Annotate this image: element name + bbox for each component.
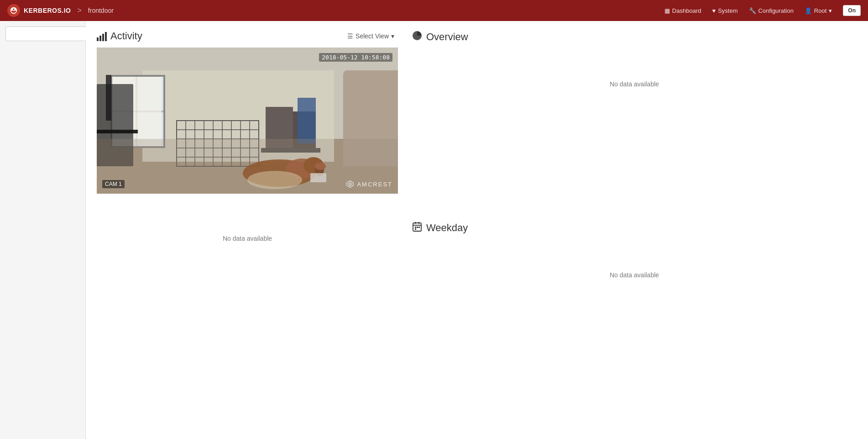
camera-feed: 2018-05-12 10:58:08 CAM 1 AMCREST bbox=[97, 48, 398, 194]
svg-rect-52 bbox=[418, 227, 420, 228]
svg-rect-4 bbox=[110, 75, 165, 77]
svg-rect-30 bbox=[298, 98, 316, 143]
user-icon: 👤 bbox=[805, 7, 812, 14]
top-grid: Activity ☰ Select View ▾ bbox=[97, 30, 857, 194]
select-view-label: Select View bbox=[356, 32, 389, 40]
activity-header: Activity ☰ Select View ▾ bbox=[97, 30, 398, 42]
system-icon: ♥ bbox=[712, 7, 716, 14]
activity-title: Activity bbox=[97, 30, 142, 42]
svg-rect-51 bbox=[417, 227, 418, 228]
overview-no-data: No data available bbox=[412, 53, 857, 115]
overview-section: Overview No data available bbox=[412, 30, 857, 194]
layout: 📅 Activity bbox=[0, 21, 868, 439]
weekday-header: Weekday bbox=[412, 221, 857, 235]
activity-section: Activity ☰ Select View ▾ bbox=[97, 30, 398, 194]
brand: KERBEROS.IO > frontdoor bbox=[7, 4, 114, 17]
root-label: Root bbox=[814, 7, 826, 14]
dropdown-arrow-icon: ▾ bbox=[829, 7, 832, 14]
camera-name: frontdoor bbox=[88, 7, 114, 14]
logo-icon bbox=[10, 6, 18, 15]
search-input[interactable] bbox=[5, 26, 89, 41]
select-view-arrow-icon: ▾ bbox=[391, 32, 394, 40]
camera-label: CAM 1 bbox=[102, 180, 125, 188]
overview-header: Overview bbox=[412, 30, 857, 44]
svg-marker-44 bbox=[347, 181, 353, 187]
weekday-no-data: No data available bbox=[412, 244, 857, 306]
menu-icon: ☰ bbox=[347, 32, 353, 40]
camera-timestamp: 2018-05-12 10:58:08 bbox=[319, 53, 392, 62]
status-badge[interactable]: On bbox=[843, 5, 861, 16]
sidebar: 📅 bbox=[0, 21, 86, 439]
config-label: Configuration bbox=[758, 7, 794, 14]
navbar-right: ▦ Dashboard ♥ System 🔧 Configuration 👤 R… bbox=[664, 5, 861, 16]
activity-bottom: No data available bbox=[97, 207, 398, 306]
bottom-grid: No data available bbox=[97, 207, 857, 306]
system-label: System bbox=[718, 7, 737, 14]
pie-chart-icon bbox=[412, 30, 423, 44]
camera-scene bbox=[97, 48, 398, 194]
dashboard-icon: ▦ bbox=[664, 7, 670, 14]
svg-point-45 bbox=[349, 183, 351, 185]
weekday-section: Weekday No data available bbox=[412, 221, 857, 306]
configuration-link[interactable]: 🔧 Configuration bbox=[749, 7, 794, 14]
brand-text: AMCREST bbox=[357, 181, 392, 188]
svg-rect-53 bbox=[415, 228, 416, 230]
svg-rect-13 bbox=[97, 130, 138, 133]
navbar: KERBEROS.IO > frontdoor ▦ Dashboard ♥ Sy… bbox=[0, 0, 868, 21]
overview-title: Overview bbox=[426, 31, 468, 43]
brand-name: KERBEROS.IO bbox=[24, 7, 71, 14]
weekday-cal-icon bbox=[412, 221, 423, 232]
activity-no-data: No data available bbox=[97, 207, 398, 270]
sidebar-search-wrapper: 📅 bbox=[5, 26, 80, 41]
dashboard-link[interactable]: ▦ Dashboard bbox=[664, 7, 701, 14]
config-icon: 🔧 bbox=[749, 7, 756, 14]
logo bbox=[7, 4, 20, 17]
calendar-weekday-icon bbox=[412, 221, 423, 235]
weekday-title: Weekday bbox=[426, 222, 468, 234]
dashboard-label: Dashboard bbox=[672, 7, 701, 14]
root-link[interactable]: 👤 Root ▾ bbox=[805, 7, 832, 14]
amcrest-logo-icon bbox=[346, 180, 354, 188]
activity-bars-icon bbox=[97, 31, 107, 41]
system-link[interactable]: ♥ System bbox=[712, 7, 737, 14]
svg-rect-12 bbox=[106, 75, 111, 121]
pie-icon bbox=[412, 30, 423, 41]
separator: > bbox=[78, 6, 82, 15]
select-view-button[interactable]: ☰ Select View ▾ bbox=[344, 31, 398, 42]
section-actions: ☰ Select View ▾ bbox=[344, 31, 398, 42]
svg-rect-50 bbox=[415, 227, 416, 228]
main-content: Activity ☰ Select View ▾ bbox=[86, 21, 868, 439]
camera-brand: AMCREST bbox=[346, 180, 392, 188]
